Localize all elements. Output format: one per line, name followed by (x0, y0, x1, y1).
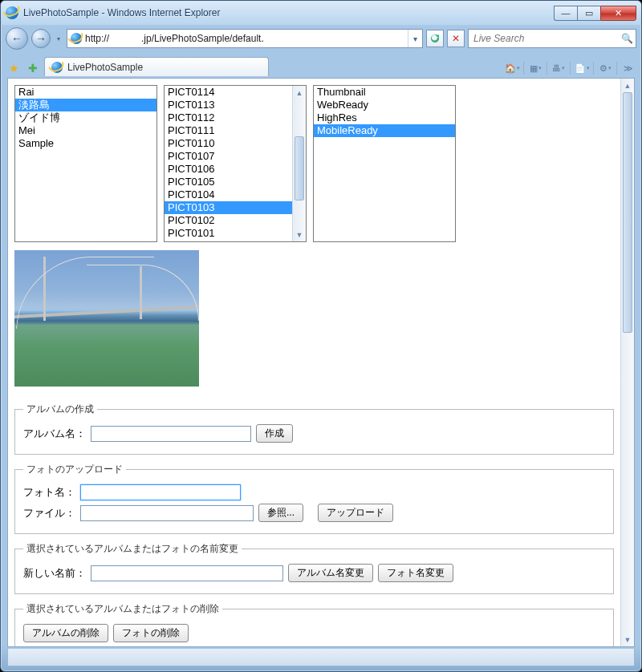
browse-button[interactable]: 参照... (258, 504, 303, 522)
delete-album-button[interactable]: アルバムの削除 (23, 624, 108, 642)
refresh-button[interactable] (426, 30, 444, 47)
create-legend: アルバムの作成 (23, 403, 97, 416)
photo-name-input[interactable] (80, 484, 241, 500)
tab-toolbar: ★ ✚ LivePhotoSample 🏠▾ ▦▾ 🖶▾ 📄▾ ⚙▾ ≫ (1, 52, 641, 76)
nav-history-dropdown[interactable]: ▾ (54, 30, 63, 47)
delete-section: 選択されているアルバムまたはフォトの削除 アルバムの削除 フォトの削除 (14, 602, 614, 646)
photo-item[interactable]: PICT0104 (165, 188, 292, 201)
album-name-input[interactable] (91, 426, 251, 442)
search-button[interactable]: 🔍 (618, 30, 636, 47)
search-input[interactable] (469, 33, 618, 44)
photo-item[interactable]: PICT0113 (165, 99, 292, 111)
photo-item[interactable]: PICT0103 (165, 201, 292, 214)
feeds-button[interactable]: ▦▾ (527, 60, 543, 76)
ie-icon (6, 6, 18, 19)
stop-button[interactable]: ✕ (447, 30, 465, 47)
album-item[interactable]: Mei (15, 124, 156, 137)
rename-section: 選択されているアルバムまたはフォトの名前変更 新しい名前： アルバム名変更 フォ… (14, 542, 614, 594)
photo-item[interactable]: PICT0114 (165, 86, 292, 99)
album-listbox[interactable]: Rai淡路島ゾイド博MeiSample (14, 85, 157, 242)
photo-item[interactable]: PICT0110 (165, 137, 292, 150)
photo-preview (14, 250, 199, 387)
maximize-button[interactable]: ▭ (577, 6, 600, 21)
address-bar[interactable]: ▾ (67, 29, 423, 48)
scroll-thumb[interactable] (295, 136, 304, 200)
refresh-icon (430, 34, 440, 43)
window-buttons: — ▭ ✕ (554, 6, 636, 21)
size-listbox[interactable]: ThumbnailWebReadyHighResMobileReady (313, 85, 456, 242)
photo-item[interactable]: PICT0106 (165, 163, 292, 176)
new-name-input[interactable] (91, 565, 283, 581)
photo-item[interactable]: PICT0105 (165, 176, 292, 188)
photo-item[interactable]: PICT0111 (165, 124, 292, 137)
photo-list-scrollbar[interactable]: ▲ ▼ (292, 86, 306, 241)
album-item[interactable]: ゾイド博 (15, 111, 156, 124)
home-button[interactable]: 🏠▾ (504, 60, 520, 76)
tab-livephotosample[interactable]: LivePhotoSample (44, 57, 269, 76)
tab-title: LivePhotoSample (67, 62, 143, 73)
page-scroll-down[interactable]: ▼ (621, 633, 634, 646)
nav-toolbar: ← → ▾ ▾ ✕ 🔍 (1, 25, 641, 52)
photo-name-label: フォト名： (23, 485, 75, 500)
window-title: LivePhotoSample - Windows Internet Explo… (23, 7, 554, 18)
minimize-button[interactable]: — (554, 6, 577, 21)
page-body: Rai淡路島ゾイド博MeiSample PICT0114PICT0113PICT… (8, 79, 634, 646)
photo-listbox[interactable]: PICT0114PICT0113PICT0112PICT0111PICT0110… (164, 85, 307, 242)
rename-legend: 選択されているアルバムまたはフォトの名前変更 (23, 542, 242, 556)
tabs: LivePhotoSample (44, 57, 501, 76)
page-scroll-thumb[interactable] (623, 92, 632, 333)
tools-button[interactable]: ⚙▾ (597, 60, 613, 76)
forward-button[interactable]: → (31, 29, 51, 48)
file-input[interactable] (80, 505, 254, 521)
album-name-label: アルバム名： (23, 427, 86, 441)
scroll-up-button[interactable]: ▲ (293, 86, 306, 99)
rename-album-button[interactable]: アルバム名変更 (288, 564, 373, 582)
delete-legend: 選択されているアルバムまたはフォトの削除 (23, 602, 222, 616)
ie-window: LivePhotoSample - Windows Internet Explo… (0, 0, 642, 672)
photo-item[interactable]: PICT0102 (165, 214, 292, 227)
add-favorite-button[interactable]: ✚ (25, 60, 41, 76)
photo-item[interactable]: PICT0107 (165, 150, 292, 163)
page-scroll-up[interactable]: ▲ (621, 79, 634, 92)
delete-photo-button[interactable]: フォトの削除 (113, 624, 189, 642)
upload-photo-section: フォトのアップロード フォト名： ファイル： 参照... アップロード (14, 463, 614, 534)
address-dropdown[interactable]: ▾ (408, 30, 422, 47)
photo-item[interactable]: PICT0112 (165, 111, 292, 124)
page-scrollbar[interactable]: ▲ ▼ (620, 79, 634, 646)
url-input[interactable] (85, 33, 408, 44)
command-bar: 🏠▾ ▦▾ 🖶▾ 📄▾ ⚙▾ ≫ (504, 60, 636, 76)
close-button[interactable]: ✕ (600, 6, 636, 21)
back-button[interactable]: ← (6, 27, 28, 50)
help-button[interactable]: ≫ (620, 60, 636, 76)
content-area: Rai淡路島ゾイド博MeiSample PICT0114PICT0113PICT… (7, 78, 635, 647)
status-bar (7, 649, 635, 666)
search-box[interactable]: 🔍 (468, 29, 636, 48)
album-item[interactable]: Rai (15, 86, 156, 99)
listbox-row: Rai淡路島ゾイド博MeiSample PICT0114PICT0113PICT… (14, 85, 614, 242)
page-icon (71, 33, 82, 44)
size-item[interactable]: HighRes (314, 111, 455, 124)
tab-icon (51, 62, 63, 73)
upload-legend: フォトのアップロード (23, 463, 126, 476)
photo-item[interactable]: PICT0101 (165, 227, 292, 240)
print-button[interactable]: 🖶▾ (551, 60, 567, 76)
upload-button[interactable]: アップロード (318, 504, 393, 522)
album-item[interactable]: Sample (15, 137, 156, 150)
file-label: ファイル： (23, 506, 75, 520)
rename-photo-button[interactable]: フォト名変更 (378, 564, 453, 582)
size-item[interactable]: WebReady (314, 99, 455, 111)
new-name-label: 新しい名前： (23, 566, 86, 581)
titlebar[interactable]: LivePhotoSample - Windows Internet Explo… (1, 1, 641, 25)
favorites-button[interactable]: ★ (6, 60, 22, 76)
size-item[interactable]: MobileReady (314, 124, 455, 137)
page-button[interactable]: 📄▾ (574, 60, 590, 76)
create-button[interactable]: 作成 (256, 424, 293, 443)
scroll-down-button[interactable]: ▼ (293, 228, 306, 241)
size-item[interactable]: Thumbnail (314, 86, 455, 99)
create-album-section: アルバムの作成 アルバム名： 作成 (14, 403, 614, 455)
album-item[interactable]: 淡路島 (15, 99, 156, 111)
